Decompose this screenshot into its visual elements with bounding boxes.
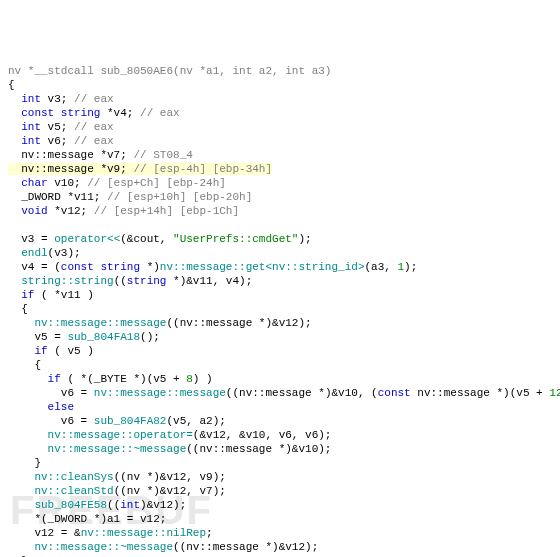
line: int v3; // eax (8, 93, 114, 105)
line: v5 = sub_804FA18(); (8, 331, 160, 343)
line: int v6; // eax (8, 135, 114, 147)
line: { (8, 359, 41, 371)
line: char v10; // [esp+Ch] [ebp-24h] (8, 177, 226, 189)
code-block: nv *__stdcall sub_8050AE6(nv *a1, int a2… (8, 64, 552, 557)
line: if ( v5 ) (8, 345, 94, 357)
line: else (8, 401, 74, 413)
line: nv::cleanSys((nv *)&v12, v9); (8, 471, 226, 483)
line: const string *v4; // eax (8, 107, 180, 119)
line: nv::message::message((nv::message *)&v12… (8, 317, 312, 329)
line: v6 = sub_804FA82(v5, a2); (8, 415, 226, 427)
line: if ( *v11 ) (8, 289, 94, 301)
line: nv::message::~message((nv::message *)&v1… (8, 443, 331, 455)
line: v12 = &nv::message::nilRep; (8, 527, 213, 539)
line (8, 219, 15, 231)
line: nv::cleanStd((nv *)&v12, v7); (8, 485, 226, 497)
line: { (8, 79, 15, 91)
line: nv::message *v7; // ST08_4 (8, 149, 193, 161)
line: v3 = operator<<(&cout, "UserPrefs::cmdGe… (8, 233, 312, 245)
line: } (8, 457, 41, 469)
line: sub_804FE58((int)&v12); (8, 499, 186, 511)
line: _DWORD *v11; // [esp+10h] [ebp-20h] (8, 191, 252, 203)
line-highlighted: nv::message *v9; // [esp-4h] [ebp-34h] (8, 163, 272, 175)
line: endl(v3); (8, 247, 81, 259)
line: int v5; // eax (8, 121, 114, 133)
line: v4 = (const string *)nv::message::get<nv… (8, 261, 417, 273)
line: void *v12; // [esp+14h] [ebp-1Ch] (8, 205, 239, 217)
line: if ( *(_BYTE *)(v5 + 8) ) (8, 373, 213, 385)
line: nv::message::~message((nv::message *)&v1… (8, 541, 318, 553)
line: *(_DWORD *)a1 = v12; (8, 513, 166, 525)
line: nv::message::operator=(&v12, &v10, v6, v… (8, 429, 331, 441)
line: nv *__stdcall sub_8050AE6(nv *a1, int a2… (8, 65, 331, 77)
line: v6 = nv::message::message((nv::message *… (8, 387, 560, 399)
line: string::string((string *)&v11, v4); (8, 275, 252, 287)
line: { (8, 303, 28, 315)
